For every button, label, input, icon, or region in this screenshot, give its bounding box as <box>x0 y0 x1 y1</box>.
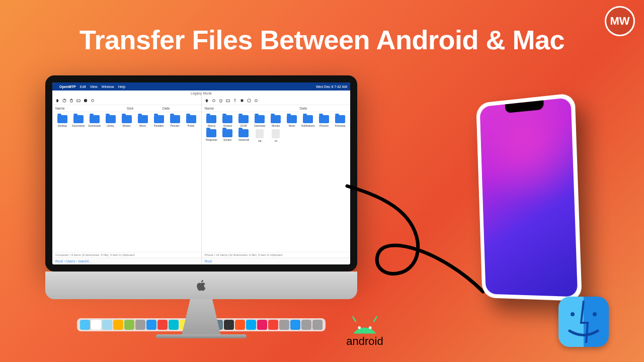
folder-item[interactable]: Movies <box>269 115 283 127</box>
delete-icon[interactable] <box>69 99 73 103</box>
file-item[interactable]: txt <box>269 129 283 142</box>
folder-label: DCIM <box>240 124 247 127</box>
folder-item[interactable]: Parallels <box>152 115 166 127</box>
folder-item[interactable]: Downloads <box>88 115 102 127</box>
folder-item[interactable]: Notifications <box>301 115 315 127</box>
folder-label: Notifications <box>301 124 315 127</box>
storage-icon[interactable] <box>240 99 244 103</box>
device-toolbar <box>202 96 351 105</box>
usb-icon[interactable] <box>233 99 237 103</box>
folder-label: Music <box>139 124 146 127</box>
svg-point-8 <box>358 326 361 329</box>
folder-label: Alarms <box>208 124 216 127</box>
local-toolbar <box>52 96 201 105</box>
folder-item[interactable]: Public <box>184 115 198 127</box>
folder-label: Podcasts <box>335 124 346 127</box>
info-icon[interactable] <box>247 99 251 103</box>
device-folders: AlarmsAndroidDCIMDownloadMoviesMusicNoti… <box>202 112 351 145</box>
svg-point-3 <box>212 99 215 102</box>
folder-icon <box>154 115 164 123</box>
newfolder-icon[interactable] <box>226 99 230 103</box>
folder-item[interactable]: Music <box>136 115 150 127</box>
phone-screen <box>480 98 578 297</box>
svg-point-6 <box>247 99 250 102</box>
folder-icon <box>335 115 345 123</box>
settings-icon[interactable] <box>91 99 95 103</box>
local-folders: DesktopDocumentsDownloadsLibraryMoviesMu… <box>52 112 201 130</box>
col-name[interactable]: Name <box>55 107 127 110</box>
folder-item[interactable]: Music <box>285 115 299 127</box>
menu-view[interactable]: View <box>90 85 98 88</box>
menubar[interactable]: OpenMTP Edit View Window Help Wed Dec 8 … <box>52 82 350 90</box>
folder-item[interactable]: Podcasts <box>333 115 347 127</box>
folder-item[interactable]: Android <box>220 115 234 127</box>
folder-label: Public <box>188 124 195 127</box>
mode-label: Legacy Mode <box>52 90 350 96</box>
up-icon[interactable] <box>55 99 59 103</box>
refresh-icon[interactable] <box>62 99 66 103</box>
menu-help[interactable]: Help <box>118 85 125 88</box>
app-name[interactable]: OpenMTP <box>59 85 76 88</box>
page-title: Transfer Files Between Android & Mac <box>79 24 565 55</box>
imac-chin <box>45 272 357 299</box>
folder-label: Documents <box>72 124 85 127</box>
menu-window[interactable]: Window <box>102 85 114 88</box>
col-size[interactable]: Size <box>127 107 163 110</box>
folder-label: Android <box>223 124 232 127</box>
folder-item[interactable]: DCIM <box>236 115 251 127</box>
github-icon[interactable] <box>84 99 88 103</box>
svg-point-9 <box>369 326 371 329</box>
folder-icon <box>122 115 132 123</box>
folder-item[interactable]: System <box>220 129 234 142</box>
svg-line-11 <box>374 317 376 321</box>
folder-icon <box>238 115 249 123</box>
file-icon <box>256 129 264 138</box>
folder-item[interactable]: Download <box>253 115 267 127</box>
svg-point-7 <box>255 99 257 102</box>
device-breadcrumb[interactable]: Root <box>202 257 351 264</box>
settings-icon[interactable] <box>254 99 258 103</box>
folder-icon <box>170 115 180 123</box>
android-label: android <box>346 335 383 348</box>
folder-icon <box>271 115 281 123</box>
folder-item[interactable]: Voicemail <box>236 129 251 142</box>
col-date[interactable]: Date <box>300 107 348 110</box>
folder-icon <box>222 129 232 137</box>
folder-label: Parallels <box>154 124 164 127</box>
menu-edit[interactable]: Edit <box>80 85 86 88</box>
refresh-icon[interactable] <box>212 99 216 103</box>
svg-rect-5 <box>240 99 243 102</box>
svg-rect-4 <box>226 100 229 102</box>
folder-item[interactable]: Ringtones <box>205 129 219 142</box>
android-robot-icon <box>342 309 387 336</box>
local-breadcrumb[interactable]: Root › Users › macint... <box>52 257 201 264</box>
newfolder-icon[interactable] <box>76 99 80 103</box>
col-name[interactable]: Name <box>205 107 300 110</box>
folder-item[interactable]: Desktop <box>55 115 69 127</box>
folder-item[interactable]: Alarms <box>205 115 219 127</box>
folder-item[interactable]: Library <box>104 115 118 127</box>
folder-icon <box>206 129 216 137</box>
imac-screen: OpenMTP Edit View Window Help Wed Dec 8 … <box>45 75 357 272</box>
file-item[interactable]: zip <box>253 129 267 142</box>
folder-item[interactable]: Pictures <box>168 115 182 127</box>
folder-label: Pictures <box>319 124 329 127</box>
col-date[interactable]: Date <box>163 107 198 110</box>
folder-item[interactable]: Pictures <box>317 115 331 127</box>
folder-icon <box>90 115 100 123</box>
folder-label: Ringtones <box>206 138 217 141</box>
folder-icon <box>106 115 116 123</box>
folder-label: Movies <box>272 124 280 127</box>
delete-icon[interactable] <box>219 99 223 103</box>
folder-icon <box>57 115 67 123</box>
folder-label: Library <box>107 124 114 127</box>
folder-icon <box>255 115 265 123</box>
apple-logo-icon <box>195 279 208 292</box>
finder-icon <box>558 297 609 347</box>
folder-label: Download <box>254 124 265 127</box>
folder-item[interactable]: Documents <box>71 115 86 127</box>
svg-point-2 <box>92 99 94 102</box>
folder-item[interactable]: Movies <box>120 115 134 127</box>
up-icon[interactable] <box>205 99 209 103</box>
folder-label: System <box>223 138 232 141</box>
